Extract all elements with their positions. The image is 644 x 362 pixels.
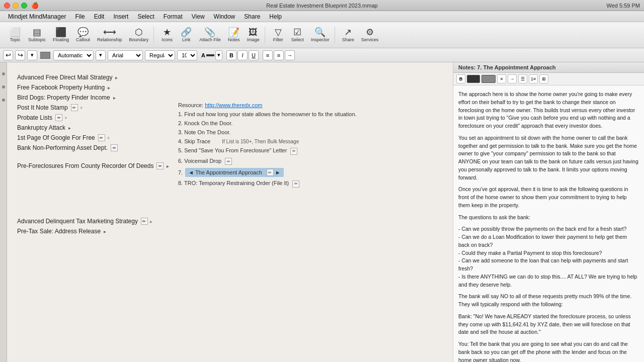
share-button[interactable]: ↗ Share [339,27,357,43]
weight-select[interactable]: Regular [145,50,175,60]
size-select[interactable]: 10 [177,50,197,60]
notes-numlist[interactable]: 1≡ [529,74,538,83]
step-1: 1. Find out how long your state allows t… [178,110,420,119]
image-button[interactable]: 🖼 Image [244,27,263,43]
edit-icon[interactable]: ✏ [225,158,232,165]
align-group: ≡ ≡ → [263,50,295,60]
underline-button[interactable]: U [249,50,259,60]
services-button[interactable]: ⚙ Services [358,27,382,43]
expand-arrow: ▸ [113,95,116,101]
callout-icon: 💬 [77,28,89,37]
step-7-highlighted[interactable]: ◄ The Appointment Approach ✏ ► [185,168,284,177]
text-color-dropdown[interactable]: ▾ [215,50,222,60]
menu-share[interactable]: Share [240,12,264,21]
expand-arrow: ▸ [68,125,71,131]
step-7-text: The Appointment Approach [195,169,262,175]
resource-url[interactable]: http://www.theredx.com [205,102,262,108]
step-text: Knock On the Door. [184,120,232,126]
menu-help[interactable]: Help [265,12,286,21]
edit-icon[interactable]: ✏ [156,162,164,169]
menu-format[interactable]: Format [159,12,187,21]
mm-item-delinquent[interactable]: Advanced Delinquent Tax Marketing Strate… [17,216,443,226]
link-icon: 🔗 [181,28,192,37]
notes-color-swatch2[interactable] [481,75,496,83]
text-color-group: A ▾ [201,50,222,60]
plus-icon: ▸ [150,219,152,224]
undo-button[interactable]: ↩ [3,50,13,60]
align-left-button[interactable]: ≡ [263,50,273,60]
edit-icon[interactable]: ✏ [55,114,62,121]
edit-icon[interactable]: ✏ [111,144,118,151]
share-group: ↗ Share ⚙ Services [337,27,384,43]
edit-icon[interactable]: ✏ [267,169,274,176]
notes-icon: 📝 [228,28,239,37]
edit-icon[interactable]: ✏ [290,148,297,155]
plus-icon: + [64,115,67,121]
traffic-lights[interactable] [4,3,27,9]
floating-button[interactable]: ⬛ Floating [50,27,72,43]
sidebar-dot-2 [2,85,5,88]
link-button[interactable]: 🔗 Link [177,27,195,43]
mm-item-pretax[interactable]: Pre-Tax Sale: Address Release ▸ [17,226,443,236]
subtopic-button[interactable]: ▤ Subtopic [25,27,49,43]
step-7[interactable]: 7. ◄ The Appointment Approach ✏ ► [178,166,420,178]
style-select[interactable]: Automatic [53,50,94,60]
indent-button[interactable]: → [285,50,295,60]
format-extra1[interactable]: ▾ [27,50,37,60]
menu-window[interactable]: Window [210,12,239,21]
redo-button[interactable]: ↪ [15,50,25,60]
notes-para-you: You: Tell the bank that you are going to… [458,340,639,362]
notes-button[interactable]: 📝 Notes [225,27,243,43]
mindmap-panel: Advanced Free Direct Mail Strategy ▸ Fre… [7,62,453,362]
inspector-button[interactable]: 🔍 Inspector [308,27,333,43]
menu-select[interactable]: Select [133,12,158,21]
bold-button[interactable]: B [226,50,236,60]
topic-button[interactable]: ⬜ Topic [6,27,24,43]
menu-edit[interactable]: Edit [90,12,109,21]
mm-item-text: Bankruptcy Attack [17,124,65,131]
edit-icon[interactable]: ✏ [292,180,299,188]
text-color-bar [206,54,214,56]
boundary-icon: ⬡ [135,28,143,37]
edit-icon[interactable]: ✏ [71,104,78,111]
select-button[interactable]: ☑ Select [288,27,307,43]
menu-app[interactable]: Mindjet MindManager [4,12,70,21]
boundary-button[interactable]: ⬡ Boundary [126,27,152,43]
edit-icon[interactable]: ✏ [98,134,105,141]
attach-file-button[interactable]: 📎 Attach File [196,27,224,43]
step-text: Voicemail Drop [184,158,221,164]
inspector-icon: 🔍 [314,28,326,37]
font-select[interactable]: Arial [108,50,143,60]
italic-button[interactable]: I [237,50,248,60]
step-num: 8. [178,180,183,186]
edit-icon[interactable]: ✏ [141,218,148,225]
filter-button[interactable]: ▽ Filter [269,27,287,43]
menu-insert[interactable]: Insert [109,12,132,21]
align-center-button[interactable]: ≡ [274,50,284,60]
callout-button[interactable]: 💬 Callout [73,27,93,43]
menu-bar: Mindjet MindManager File Edit Insert Sel… [0,11,644,22]
notes-list[interactable]: ☰ [518,74,527,83]
apple-logo: 🍎 [31,2,39,9]
style-extra[interactable]: ▾ [96,50,106,60]
relationship-button[interactable]: ⟷ Relationship [94,27,125,43]
expand-arrow: ▸ [167,163,169,169]
close-button[interactable] [4,3,10,9]
mm-item-advanced-direct[interactable]: Advanced Free Direct Mail Strategy ▸ [17,72,443,82]
menu-view[interactable]: View [188,12,209,21]
notes-color-swatch[interactable] [467,75,480,83]
icons-button[interactable]: ★ Icons [158,27,176,43]
notes-indent[interactable]: → [508,74,517,83]
menu-file[interactable]: File [71,12,89,21]
notes-table[interactable]: ⊞ [539,74,548,83]
mm-item-text: 1st Page Of Google For Free [17,134,95,141]
step-num: 4. [178,138,183,144]
notes-align[interactable]: ≡ [497,74,506,83]
step-text: Find out how long your state allows the … [184,111,356,117]
minimize-button[interactable] [13,3,19,9]
sidebar-dot-1 [2,72,5,75]
mm-item-facebook[interactable]: Free Facebook Property Hunting ▸ [17,82,443,93]
notes-bold[interactable]: B [456,74,465,83]
maximize-button[interactable] [21,3,27,9]
icons-icon: ★ [163,28,171,37]
